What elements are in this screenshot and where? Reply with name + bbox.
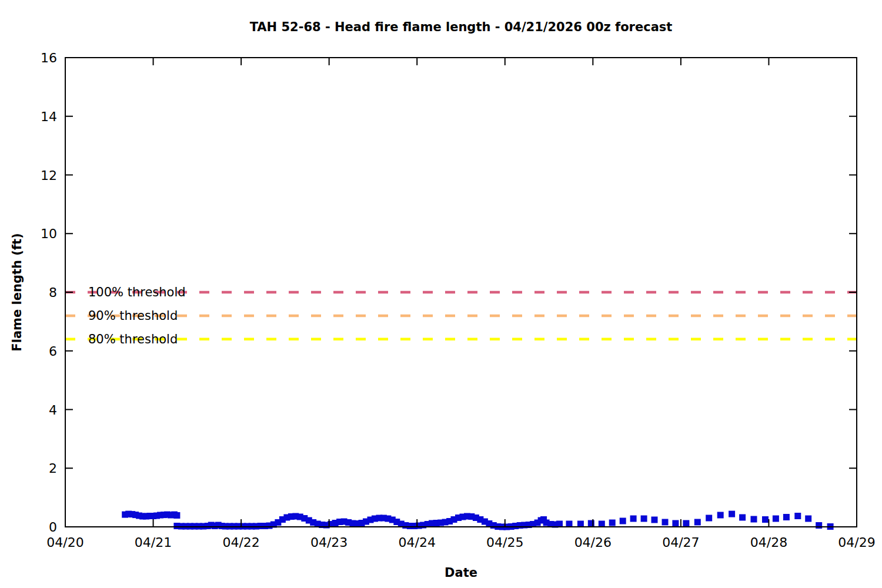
data-point xyxy=(599,521,605,527)
x-tick-label: 04/21 xyxy=(135,535,172,550)
x-tick-labels: 04/2004/2104/2204/2304/2404/2504/2604/27… xyxy=(46,535,875,550)
legend-label-100-threshold: 100% threshold xyxy=(88,285,186,300)
x-tick-label: 04/23 xyxy=(310,535,348,550)
y-tick-label: 16 xyxy=(41,51,57,65)
x-tick-label: 04/22 xyxy=(222,535,259,550)
legend-label-80-threshold: 80% threshold xyxy=(88,332,178,347)
data-point xyxy=(751,516,757,523)
x-tick-label: 04/29 xyxy=(838,535,875,550)
data-point xyxy=(729,511,735,517)
data-point xyxy=(762,516,769,523)
data-point xyxy=(717,512,724,519)
y-tick-label: 10 xyxy=(41,226,57,241)
data-point xyxy=(805,516,811,522)
data-point xyxy=(662,519,669,526)
data-point xyxy=(566,521,573,527)
y-tick-label: 0 xyxy=(49,520,57,534)
x-tick-label: 04/20 xyxy=(46,535,83,550)
x-tick-label: 04/26 xyxy=(574,535,612,550)
x-tick-label: 04/28 xyxy=(750,535,787,550)
data-point xyxy=(652,517,658,523)
data-point xyxy=(706,515,712,522)
data-point xyxy=(739,514,746,521)
x-tick-label: 04/24 xyxy=(399,535,436,550)
data-point xyxy=(609,520,616,526)
x-tick-label: 04/25 xyxy=(486,535,523,550)
legend-label-90-threshold: 90% threshold xyxy=(88,308,178,323)
data-point xyxy=(641,516,647,522)
data-point xyxy=(173,512,180,519)
y-tick-label: 2 xyxy=(49,461,57,476)
x-tick-label: 04/27 xyxy=(662,535,699,550)
data-point xyxy=(620,518,626,524)
y-tick-label: 8 xyxy=(49,285,57,300)
y-tick-label: 12 xyxy=(41,168,57,183)
chart-canvas: TAH 52-68 - Head fire flame length - 04/… xyxy=(0,0,882,588)
y-tick-label: 6 xyxy=(49,344,57,359)
data-point xyxy=(773,516,779,522)
data-point xyxy=(630,516,637,522)
data-point xyxy=(694,519,701,526)
y-tick-label: 14 xyxy=(41,109,57,124)
data-point xyxy=(683,520,689,527)
data-point xyxy=(672,520,679,527)
data-point xyxy=(816,522,822,529)
y-tick-label: 4 xyxy=(49,403,57,417)
data-point xyxy=(783,514,790,520)
data-point xyxy=(577,521,584,527)
data-point xyxy=(556,521,563,527)
data-point xyxy=(794,513,801,519)
y-tick-labels: 0246810121416 xyxy=(41,51,57,534)
